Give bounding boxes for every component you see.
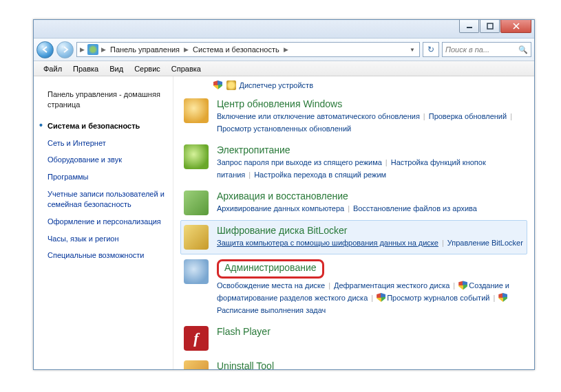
menu-file[interactable]: Файл [38,63,67,75]
category-row: Центр обновления WindowsВключение или от… [180,94,527,140]
task-link[interactable]: Проверка обновлений [429,112,507,120]
menu-edit[interactable]: Правка [67,63,104,75]
category-links: Включение или отключение автоматического… [217,111,524,135]
menubar: Файл Правка Вид Сервис Справка [34,61,534,76]
task-link[interactable]: Восстановление файлов из архива [353,204,477,213]
sidebar: Панель управления - домашняя страница Си… [34,76,173,369]
task-link[interactable]: Защита компьютера с помощью шифрования д… [217,239,438,247]
chevron-right-icon: ▶ [282,46,290,53]
sidebar-item-accessibility[interactable]: Специальные возможности [47,247,169,264]
sidebar-item-hardware[interactable]: Оборудование и звук [47,151,169,168]
sidebar-item-programs[interactable]: Программы [47,168,169,186]
chevron-right-icon: ▶ [100,46,107,53]
sidebar-item-network[interactable]: Сеть и Интернет [47,135,169,152]
separator: | [449,281,458,290]
category-icon: f [184,326,209,351]
separator: | [344,204,353,213]
category-icon [184,225,209,250]
category-links: Освобождение места на диске|Дефрагментац… [217,280,524,316]
category-title[interactable]: Архивация и восстановление [217,190,524,202]
menu-tools[interactable]: Сервис [129,63,166,75]
category-icon [184,98,209,123]
menu-help[interactable]: Справка [166,63,207,75]
category-icon [184,259,209,284]
titlebar [34,20,534,39]
shield-icon [458,281,467,290]
category-title[interactable]: Flash Player [217,326,524,337]
separator: | [382,158,391,166]
separator: | [420,112,429,120]
category-title[interactable]: Шифрование диска BitLocker [217,225,524,236]
task-link[interactable]: Запрос пароля при выходе из спящего режи… [217,158,382,166]
category-icon [184,190,209,215]
refresh-button[interactable]: ↻ [423,42,439,57]
category-title[interactable]: Электропитание [217,144,524,155]
search-icon: 🔍 [518,45,528,54]
orphan-row: Диспетчер устройств [180,76,527,94]
category-row: АдминистрированиеОсвобождение места на д… [180,254,527,321]
forward-button[interactable] [56,41,74,58]
back-button[interactable] [36,41,54,58]
category-icon [184,360,209,369]
category-row: ЭлектропитаниеЗапрос пароля при выходе и… [180,140,527,186]
category-title[interactable]: Центр обновления Windows [217,98,524,109]
category-links: Защита компьютера с помощью шифрования д… [217,237,524,250]
sidebar-item-appearance[interactable]: Оформление и персонализация [47,213,169,230]
annotation-highlight: Администрирование [217,259,324,279]
task-link[interactable]: Включение или отключение автоматического… [217,112,420,120]
minimize-button[interactable] [459,20,479,33]
category-title[interactable]: Администрирование [224,262,317,273]
task-link[interactable]: Освобождение места на диске [217,281,325,290]
sidebar-item-users[interactable]: Учетные записи пользователей и семейная … [47,186,169,213]
task-link[interactable]: Управление BitLocker [447,239,523,247]
task-link[interactable]: Просмотр установленных обновлений [217,124,351,133]
task-link[interactable]: Архивирование данных компьютера [217,204,344,213]
separator: | [325,281,334,290]
search-placeholder: Поиск в па... [445,45,489,54]
menu-view[interactable]: Вид [104,63,129,75]
category-row: Архивация и восстановлениеАрхивирование … [180,186,527,220]
sidebar-item-system-security[interactable]: Система и безопасность [47,118,169,135]
category-links: Запрос пароля при выходе из спящего режи… [217,157,524,181]
sidebar-item-clock-region[interactable]: Часы, язык и регион [47,230,169,248]
nav-toolbar: ▶ ▶ Панель управления ▶ Система и безопа… [34,39,534,61]
category-title[interactable]: Uninstall Tool [217,360,524,369]
svg-rect-1 [487,23,493,29]
svg-rect-0 [467,27,472,28]
task-link[interactable]: Расписание выполнения задач [217,306,326,314]
separator: | [368,294,377,302]
category-links: Архивирование данных компьютера|Восстано… [217,203,524,215]
shield-icon [498,293,507,302]
separator: | [438,239,447,247]
category-icon [184,144,209,169]
address-bar[interactable]: ▶ ▶ Панель управления ▶ Система и безопа… [76,42,420,57]
chevron-right-icon: ▶ [182,46,190,53]
category-row: Шифрование диска BitLockerЗащита компьют… [180,220,527,254]
control-panel-icon [87,44,98,55]
task-link[interactable]: Настройка перехода в спящий режим [254,171,386,179]
separator: | [245,171,254,179]
task-link[interactable]: Просмотр журналов событий [387,294,489,302]
chevron-right-icon: ▶ [78,46,86,53]
close-button[interactable] [500,20,531,33]
address-dropdown[interactable]: ▼ [407,47,418,53]
breadcrumb-current[interactable]: Система и безопасность [190,45,282,54]
category-row: Uninstall Tool [180,356,527,369]
control-panel-window: ▶ ▶ Панель управления ▶ Система и безопа… [33,19,535,370]
separator: | [507,112,516,120]
shield-icon [377,293,385,302]
content-pane[interactable]: Диспетчер устройств Центр обновления Win… [173,76,534,369]
category-row: fFlash Player [180,321,527,356]
shield-icon [213,80,222,89]
sidebar-home[interactable]: Панель управления - домашняя страница [47,86,169,113]
maximize-button[interactable] [480,20,500,33]
link-device-manager[interactable]: Диспетчер устройств [226,81,313,89]
search-input[interactable]: Поиск в па... 🔍 [442,42,531,57]
task-link[interactable]: Дефрагментация жесткого диска [334,281,449,290]
separator: | [489,294,498,302]
breadcrumb-root[interactable]: Панель управления [107,45,182,54]
